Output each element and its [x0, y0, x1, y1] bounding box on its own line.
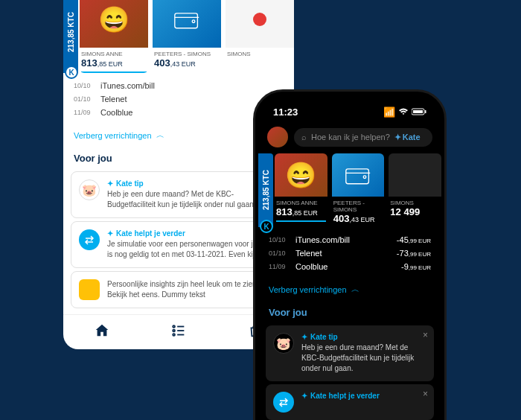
nav-home-icon[interactable]: [94, 322, 110, 342]
transfer-icon: [79, 229, 100, 250]
svg-point-4: [173, 330, 175, 332]
svg-point-2: [173, 325, 175, 328]
transaction-row[interactable]: 01/10Telenet: [74, 92, 284, 106]
svg-point-12: [363, 176, 366, 179]
account-card[interactable]: SIMONS 12 499: [389, 153, 441, 227]
ktc-badge: 213,85 KTC: [258, 153, 273, 227]
svg-point-6: [173, 334, 175, 336]
svg-point-1: [192, 20, 195, 23]
account-card[interactable]: PEETERS - SIMONS 403,43 EUR: [153, 0, 221, 73]
signal-icon: 📶: [383, 106, 395, 118]
chevron-up-icon: ︿: [156, 130, 164, 141]
nav-list-icon[interactable]: [170, 322, 187, 342]
toggle-transactions-link[interactable]: Verberg verrichtingen︿: [258, 279, 441, 299]
tip-title: ✦ Kate tip: [301, 333, 426, 341]
section-title: Voor jou: [258, 299, 441, 322]
svg-rect-10: [425, 110, 426, 113]
header: ⌕ Hoe kan ik je helpen? ✦Kate: [258, 124, 441, 153]
k-logo-icon: K: [260, 220, 273, 233]
account-cards-row: 😄 SIMONS ANNE 813,85 EUR PEETERS - SIMON…: [80, 0, 294, 73]
transaction-row[interactable]: 10/10iTunes.com/bill: [74, 79, 284, 92]
user-avatar[interactable]: [267, 127, 288, 147]
search-input[interactable]: ⌕ Hoe kan ik je helpen? ✦Kate: [294, 128, 432, 147]
transaction-row[interactable]: 11/09Coolblue: [74, 106, 284, 119]
search-icon: ⌕: [301, 133, 307, 141]
close-icon[interactable]: ×: [423, 389, 428, 399]
transaction-row[interactable]: 01/10Telenet-73,99 EUR: [269, 246, 431, 260]
battery-icon: [412, 106, 426, 118]
insight-icon: [79, 279, 100, 300]
status-time: 11:23: [273, 106, 298, 118]
tip-title: ✦ Kate helpt je verder: [301, 392, 426, 400]
tip-card[interactable]: × ✦ Kate helpt je verder: [266, 384, 434, 420]
transaction-row[interactable]: 10/10iTunes.com/bill-45,99 EUR: [269, 233, 431, 246]
account-cards-row: 😄 SIMONS ANNE 813,85 EUR PEETERS - SIMON…: [275, 153, 441, 227]
account-card[interactable]: PEETERS - SIMONS 403,43 EUR: [332, 153, 385, 227]
account-card[interactable]: 😄 SIMONS ANNE 813,85 EUR: [275, 153, 327, 227]
transactions-list: 10/10iTunes.com/bill-45,99 EUR 01/10Tele…: [258, 227, 441, 279]
svg-rect-9: [413, 110, 423, 113]
phone-dark-mockup: 11:23 📶 ⌕ Hoe kan ik je helpen? ✦Kate 21…: [253, 89, 447, 420]
k-logo-icon: K: [65, 66, 78, 79]
tip-text: Heb je een dure maand? Met de KBC-Budget…: [301, 343, 426, 374]
account-card[interactable]: SIMONS: [226, 0, 294, 73]
wifi-icon: [398, 106, 409, 118]
account-card[interactable]: 😄 SIMONS ANNE 813,85 EUR: [80, 0, 148, 73]
chevron-up-icon: ︿: [351, 284, 359, 295]
ktc-badge: 213,85 KTC: [63, 0, 78, 73]
kate-brand: ✦Kate: [394, 133, 421, 142]
status-bar: 11:23 📶: [258, 101, 441, 124]
transaction-row[interactable]: 11/09Coolblue-9,99 EUR: [269, 260, 431, 273]
piggy-bank-icon: 🐷: [273, 333, 294, 354]
piggy-bank-icon: 🐷: [79, 179, 100, 200]
tip-card[interactable]: × 🐷 ✦ Kate tip Heb je een dure maand? Me…: [266, 325, 434, 381]
close-icon[interactable]: ×: [423, 330, 428, 340]
transfer-icon: [273, 392, 294, 413]
